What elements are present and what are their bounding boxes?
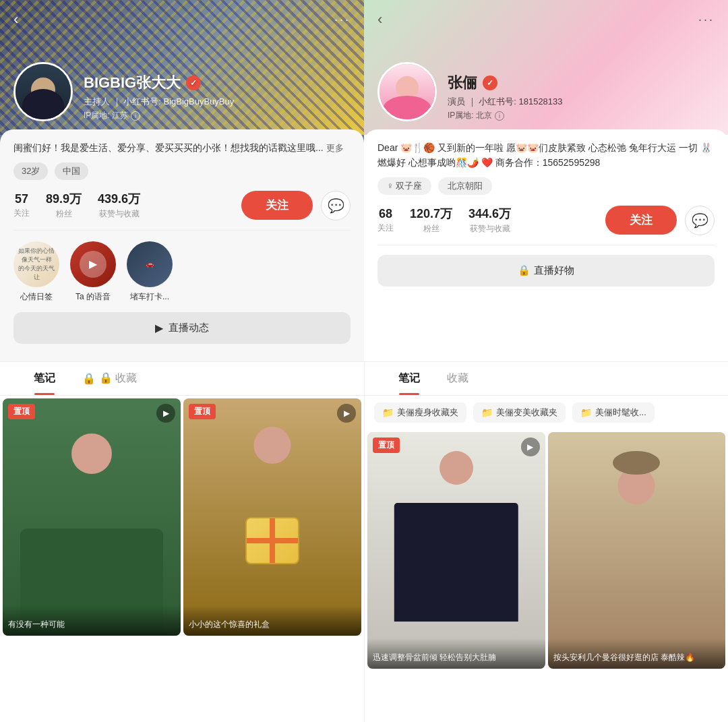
play-icon-right-1: ▶	[521, 438, 540, 456]
left-top-bar: ‹ ···	[0, 0, 364, 28]
pinned-badge-left-2: 置顶	[189, 404, 216, 419]
fans-count-right: 120.7万	[410, 206, 452, 222]
right-content: Dear 🐷🍴🏀 又到新的一年啦 愿🐷🐷们皮肤紧致 心态松弛 兔年行大运 一切 …	[364, 129, 728, 361]
tab-notes-label-left: 笔记	[34, 372, 55, 384]
more-button-right[interactable]: ···	[698, 13, 715, 27]
fans-label-left: 粉丝	[46, 208, 82, 220]
message-button-left[interactable]: 💬	[321, 191, 351, 220]
folder-1[interactable]: 📁 美俪瘦身收藏夹	[374, 402, 466, 423]
bottom-left-panel: 笔记 🔒 🔒 收藏 置顶 ▶ 有没有一种可能 置顶 ▶ 小小的这个惊喜的礼盒	[0, 361, 364, 723]
post-caption-right-2: 按头安利几个曼谷很好逛的店 泰酷辣🔥	[548, 638, 726, 669]
posts-grid-right: 瘦肚子一点也不难 置顶 ▶ 迅速调整骨盆前倾 轻松告别大肚腩 按头安利几个曼谷很…	[365, 429, 728, 723]
tab-favorites-right[interactable]: 收藏	[433, 362, 482, 395]
follow-label-left: 关注	[13, 208, 30, 219]
folders-row-right: 📁 美俪瘦身收藏夹 📁 美俪变美收藏夹 📁 美俪时髦收...	[365, 396, 728, 429]
folder-label-2: 美俪变美收藏夹	[496, 407, 557, 419]
highlight-1[interactable]: 如果你的心情像天气一样的今天的天气让 心情日签	[13, 241, 59, 303]
play-icon-left-2: ▶	[337, 404, 356, 423]
left-profile-panel: ‹ ··· BIGBIG张大大 ✓ 主持人 ｜ 小红书号: BigBigBuyB…	[0, 0, 364, 361]
bio-text-right: Dear 🐷🍴🏀 又到新的一年啦 愿🐷🐷们皮肤紧致 心态松弛 兔年行大运 一切 …	[377, 140, 715, 171]
stat-follow-right[interactable]: 68 关注	[377, 207, 394, 234]
post-image-left-1	[3, 398, 181, 636]
live-btn-left[interactable]: ▶ 直播动态	[13, 312, 351, 344]
name-text-left: BIGBIG张大大	[84, 73, 181, 93]
title-left: 主持人	[84, 96, 110, 107]
left-name-area: BIGBIG张大大 ✓ 主持人 ｜ 小红书号: BigBigBuyBuyBuy …	[84, 73, 351, 121]
post-card-left-1[interactable]: 置顶 ▶ 有没有一种可能	[3, 398, 181, 636]
bio-text-left: 闺蜜们好！我是爱生活、爱分享、爱买买买的小张！想找我的话戳这里哦... 更多	[13, 140, 351, 156]
stat-likes-left[interactable]: 439.6万 获赞与收藏	[98, 191, 140, 220]
action-buttons-left: 关注 💬	[241, 191, 351, 220]
hat	[613, 451, 660, 475]
highlight-2[interactable]: ▶ Ta 的语音	[70, 241, 116, 303]
tab-notes-right[interactable]: 笔记	[385, 362, 433, 395]
meta-sep-right: ｜ 小红书号:	[468, 96, 519, 107]
stats-row-right: 68 关注 120.7万 粉丝 344.6万 获赞与收藏 关注 💬	[377, 206, 715, 245]
profile-ip-left: IP属地: 江苏 i	[84, 110, 351, 121]
avatar-right	[377, 62, 437, 121]
highlight-label-3: 堵车打卡...	[130, 291, 169, 303]
folder-icon-1: 📁	[382, 407, 394, 418]
highlight-circle-1: 如果你的心情像天气一样的今天的天气让	[13, 241, 59, 287]
tabs-row-bottom-left: 笔记 🔒 🔒 收藏	[0, 362, 364, 396]
post-card-right-1[interactable]: 瘦肚子一点也不难 置顶 ▶ 迅速调整骨盆前倾 轻松告别大肚腩	[367, 432, 545, 669]
post-card-left-2[interactable]: 置顶 ▶ 小小的这个惊喜的礼盒	[183, 398, 361, 636]
tag-zodiac: ♀ 双子座	[377, 177, 431, 195]
folder-2[interactable]: 📁 美俪变美收藏夹	[473, 402, 566, 423]
folder-icon-2: 📁	[481, 407, 493, 418]
title-right: 演员	[448, 96, 465, 107]
likes-label-right: 获赞与收藏	[468, 223, 511, 235]
post-card-right-2[interactable]: 按头安利几个曼谷很好逛的店 泰酷辣🔥	[548, 432, 726, 669]
exercise-banner: 瘦肚子一点也不难	[411, 539, 502, 562]
lock-icon-left: 🔒	[82, 372, 96, 385]
follow-button-left[interactable]: 关注	[241, 191, 313, 220]
post-caption-left-1: 有没有一种可能	[3, 605, 181, 636]
follow-label-right: 关注	[377, 222, 394, 234]
fans-label-right: 粉丝	[410, 223, 452, 235]
more-button-left[interactable]: ···	[334, 13, 351, 27]
stat-fans-right[interactable]: 120.7万 粉丝	[410, 206, 452, 235]
post-caption-left-2: 小小的这个惊喜的礼盒	[183, 605, 361, 636]
hl2-play: ▶	[80, 251, 107, 278]
back-button-left[interactable]: ‹	[13, 11, 18, 28]
right-tags-row: ♀ 双子座 北京朝阳	[377, 177, 715, 195]
stats-row-left: 57 关注 89.9万 粉丝 439.6万 获赞与收藏 关注 💬	[13, 191, 351, 231]
gift-box	[245, 517, 299, 564]
meta-sep-left: ｜ 小红书号:	[113, 96, 164, 107]
bottom-right-panel: 笔记 收藏 📁 美俪瘦身收藏夹 📁 美俪变美收藏夹 📁 美俪时髦收... 瘦肚子…	[364, 361, 728, 723]
pinned-badge-left-1: 置顶	[8, 404, 35, 419]
right-profile-area: 张俪 ✓ 演员 ｜ 小红书号: 181528133 IP属地: 北京 i	[364, 49, 728, 121]
xhs-id-left: BigBigBuyBuyBuy	[163, 96, 234, 107]
folder-3[interactable]: 📁 美俪时髦收...	[572, 402, 655, 423]
likes-label-left: 获赞与收藏	[98, 208, 140, 220]
follow-button-right[interactable]: 关注	[605, 206, 677, 235]
highlight-3[interactable]: 🚗 堵车打卡...	[127, 241, 173, 303]
tab-favorites-left[interactable]: 🔒 🔒 收藏	[69, 362, 150, 395]
follow-count-right: 68	[377, 207, 394, 221]
stat-fans-left[interactable]: 89.9万 粉丝	[46, 191, 82, 220]
xhs-id-right: 181528133	[518, 96, 562, 107]
post-image-right-2	[548, 432, 726, 669]
stat-likes-right[interactable]: 344.6万 获赞与收藏	[468, 206, 511, 235]
bio-more-left[interactable]: 更多	[326, 143, 344, 153]
hl3-content: 🚗	[127, 241, 173, 287]
fans-count-left: 89.9万	[46, 191, 82, 207]
pinned-badge-right-1: 置顶	[373, 438, 400, 453]
message-button-right[interactable]: 💬	[685, 206, 715, 235]
folder-label-3: 美俪时髦收...	[595, 407, 646, 419]
likes-count-left: 439.6万	[98, 191, 140, 207]
post-caption-right-1: 迅速调整骨盆前倾 轻松告别大肚腩	[367, 638, 545, 669]
back-button-right[interactable]: ‹	[377, 11, 382, 28]
live-shop-btn-right[interactable]: 🔒 直播好物	[377, 255, 715, 287]
highlight-circle-2: ▶	[70, 241, 116, 287]
name-text-right: 张俪	[448, 73, 477, 93]
highlight-text-1: 如果你的心情像天气一样的今天的天气让	[18, 247, 55, 282]
tab-notes-label-right: 笔记	[398, 372, 420, 384]
profile-ip-right: IP属地: 北京 i	[448, 110, 715, 121]
highlight-circle-3: 🚗	[127, 241, 173, 287]
tag-age: 32岁	[13, 162, 48, 180]
stat-follow-left[interactable]: 57 关注	[13, 192, 30, 219]
avatar-image-left	[16, 64, 71, 119]
tab-notes-left[interactable]: 笔记	[20, 362, 69, 395]
avatar-image-right	[380, 64, 435, 119]
